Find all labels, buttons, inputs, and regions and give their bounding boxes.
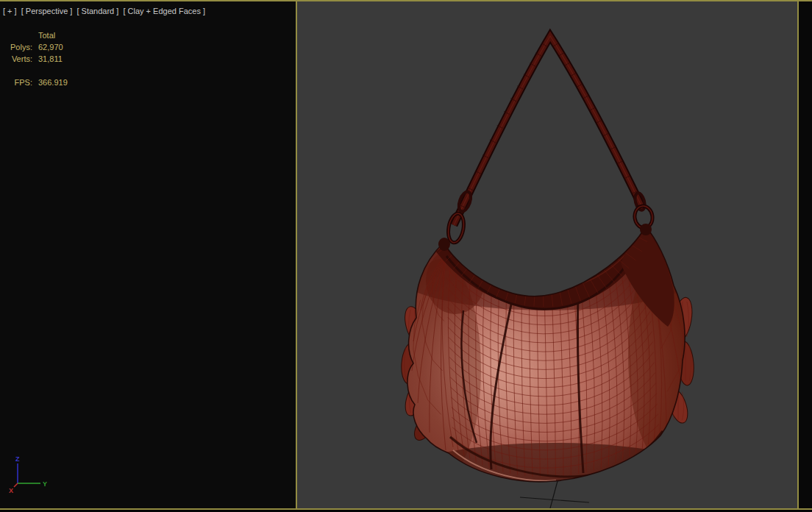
safe-frame-outside-right [799, 1, 812, 508]
y-axis-label: Y [43, 480, 47, 488]
fps-label: FPS: [0, 77, 32, 88]
viewport-renderer-menu[interactable]: [ Standard ] [76, 7, 118, 15]
active-viewport-border-bottom [0, 508, 812, 510]
stats-row-verts: Verts: 31,811 [0, 53, 68, 65]
viewport-pov-menu[interactable]: [ Perspective ] [21, 7, 73, 15]
active-viewport-border-top [0, 0, 812, 1]
perspective-viewport-safe-frame[interactable] [296, 0, 799, 510]
stats-header: Total [38, 29, 55, 41]
verts-label: Verts: [0, 53, 32, 65]
x-axis-label: X [9, 487, 13, 494]
polys-value: 62,970 [38, 41, 63, 53]
scene-helper-cross [520, 481, 589, 508]
viewport-shading-menu[interactable]: [ Clay + Edged Faces ] [123, 7, 205, 15]
z-axis-label: Z [15, 455, 20, 463]
polys-label: Polys: [0, 41, 32, 53]
attachment-knot-right [640, 224, 652, 235]
statistics-overlay: Total Polys: 62,970 Verts: 31,811 FPS: 3… [0, 29, 68, 88]
fps-value: 366.919 [38, 77, 68, 88]
max-viewport-window: [ + ] [ Perspective ] [ Standard ] [ Cla… [0, 0, 812, 512]
viewport-overlay-panel: [ + ] [ Perspective ] [ Standard ] [ Cla… [0, 1, 296, 508]
shoulder-bag-3d-model [297, 1, 797, 508]
attachment-knot-left [438, 238, 450, 251]
shoulder-strap [438, 36, 654, 251]
stats-row-polys: Polys: 62,970 [0, 41, 68, 53]
x-axis-stub [14, 483, 18, 487]
stats-row-fps: FPS: 366.919 [0, 77, 68, 88]
bag-body [385, 222, 724, 508]
viewport-label-menus: [ + ] [ Perspective ] [ Standard ] [ Cla… [3, 7, 207, 15]
verts-value: 31,811 [38, 53, 63, 65]
viewport-general-menu[interactable]: [ + ] [3, 7, 17, 15]
world-axis-gizmo: Z Y X [0, 454, 59, 498]
stats-header-row: Total [0, 29, 68, 41]
strap-wireframe [460, 43, 638, 208]
